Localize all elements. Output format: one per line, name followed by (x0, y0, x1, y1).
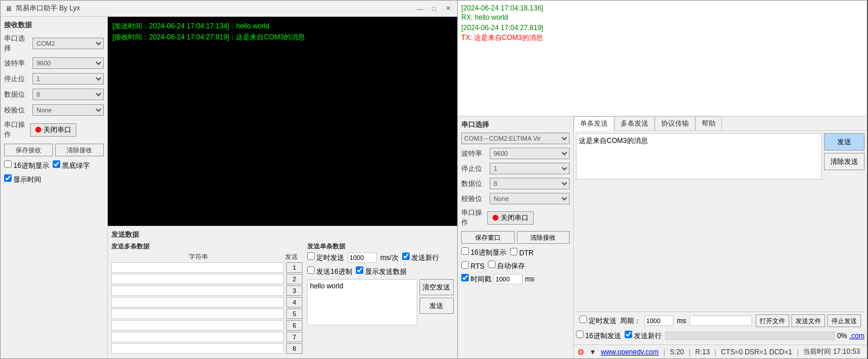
send-input-2[interactable] (111, 274, 284, 284)
rs-port-select[interactable]: COM3→COM2:ELTIMA Vir (461, 133, 570, 144)
settings-icon[interactable]: ⚙ (577, 347, 585, 357)
dropdown-icon[interactable]: ▼ (589, 348, 596, 356)
send-btn-8[interactable]: 8 (286, 343, 302, 354)
rs-data-label: 数据位 (461, 179, 487, 189)
send-input-3[interactable] (111, 285, 284, 296)
maximize-btn[interactable]: □ (429, 4, 439, 13)
op-label: 串口操作 (4, 120, 30, 140)
data-row: 数据位 8 (4, 89, 104, 100)
right-clear-send-btn[interactable]: 清除发送 (824, 153, 865, 170)
rs-stop-row: 停止位 1 (461, 163, 570, 174)
send-btn-6[interactable]: 6 (286, 320, 302, 331)
rs-autosave-checkbox[interactable] (488, 261, 495, 268)
send-input-4[interactable] (111, 297, 284, 307)
right-timed-check[interactable]: 定时发送 (579, 316, 617, 326)
timed-send-check[interactable]: 定时发送 (307, 252, 344, 263)
send-input-1[interactable] (111, 262, 284, 273)
send-btn[interactable]: 发送 (420, 298, 454, 314)
rs-parity-select[interactable]: None (490, 193, 570, 204)
black-green-check[interactable]: 黑底绿字 (53, 160, 90, 171)
send-btn-4[interactable]: 4 (286, 297, 302, 307)
baud-select[interactable]: 9600 (32, 57, 104, 69)
show-send-checkbox[interactable] (356, 266, 363, 274)
show-send-check[interactable]: 显示发送数据 (356, 266, 407, 277)
send-file-btn[interactable]: 发送文件 (792, 314, 825, 327)
send-btn-5[interactable]: 5 (286, 309, 302, 319)
hex-display-check[interactable]: 16进制显示 (4, 160, 49, 171)
close-serial-btn[interactable]: 关闭串口 (30, 123, 76, 137)
rs-time-input[interactable] (494, 274, 523, 284)
send-columns: 发送多条数据 字符串 发送 1 2 (111, 242, 454, 355)
send-input-7[interactable] (111, 332, 284, 342)
right-newline-checkbox[interactable] (625, 331, 632, 338)
com-link[interactable]: .com (849, 332, 865, 340)
hex-send-check[interactable]: 16进制发送 (576, 331, 621, 341)
single-send-panel: 发送单条数据 定时发送 ms/次 发送新行 发送16进制 显示发送数据 hell… (307, 242, 454, 355)
right-window: [2024-06-24 17:04:18.136] RX: hello worl… (457, 0, 867, 359)
hex-send-checkbox[interactable] (576, 331, 583, 338)
terminal-line-1: [发送时间：2024-06-24 17:04:17:134]：hello wor… (112, 21, 453, 31)
rs-dtr-checkbox[interactable] (510, 248, 517, 255)
rs-close-serial-btn[interactable]: 关闭串口 (487, 211, 534, 225)
timed-ms-input[interactable] (348, 252, 377, 263)
single-send-textarea[interactable]: hello world (307, 279, 417, 325)
rs-time-checkbox[interactable] (461, 274, 469, 281)
send-input-6[interactable] (111, 320, 284, 331)
rs-save-btn[interactable]: 保存窗口 (461, 231, 515, 244)
send-newline-checkbox[interactable] (402, 252, 410, 260)
right-log-area[interactable]: [2024-06-24 17:04:18.136] RX: hello worl… (458, 1, 867, 116)
rs-rts-check[interactable]: RTS (461, 261, 484, 270)
open-file-btn[interactable]: 打开文件 (756, 314, 789, 327)
clear-recv-btn[interactable]: 清除接收 (55, 144, 104, 156)
tab-single-send[interactable]: 单条发送 (574, 116, 614, 131)
terminal-area[interactable]: [发送时间：2024-06-24 17:04:17:134]：hello wor… (108, 17, 457, 226)
tab-multi-send[interactable]: 多条发送 (614, 116, 655, 130)
rs-clear-btn[interactable]: 清除接收 (517, 231, 570, 244)
rs-dtr-check[interactable]: DTR (510, 248, 534, 257)
data-select[interactable]: 8 (32, 89, 104, 100)
rs-baud-select[interactable]: 9600 (490, 148, 570, 159)
send-newline-check[interactable]: 发送新行 (402, 252, 439, 263)
rs-hex-checkbox[interactable] (461, 247, 469, 255)
app-icon: 🖥 (5, 5, 12, 13)
log-line-4: TX: 这是来自COM3的消息 (461, 33, 863, 43)
show-time-checkbox[interactable] (4, 174, 12, 182)
rs-autosave-check[interactable]: 自动保存 (488, 261, 525, 271)
tab-protocol[interactable]: 协议传输 (655, 116, 695, 130)
hex-checkbox[interactable] (4, 160, 12, 168)
stop-select[interactable]: 1 (32, 73, 104, 85)
clear-send-btn[interactable]: 清空发送 (420, 279, 454, 295)
minimize-btn[interactable]: — (415, 4, 425, 13)
rs-hex-check[interactable]: 16进制显示 (461, 247, 506, 258)
close-btn[interactable]: ✕ (443, 4, 453, 13)
right-timed-checkbox[interactable] (579, 316, 587, 323)
save-recv-btn[interactable]: 保存接收 (4, 144, 53, 156)
rs-time-check[interactable]: 时间戳 (461, 274, 491, 284)
website-link[interactable]: www.openedv.com (601, 348, 659, 356)
stop-send-btn[interactable]: 停止发送 (827, 314, 861, 327)
right-send-textarea[interactable]: 这是来自COM3的消息 (576, 133, 822, 179)
send-input-8[interactable] (111, 343, 284, 354)
file-path-input[interactable] (690, 316, 752, 326)
send-btn-7[interactable]: 7 (286, 332, 302, 342)
right-send-btn[interactable]: 发送 (824, 133, 865, 151)
port-select[interactable]: COM2 (32, 38, 104, 49)
rs-rts-checkbox[interactable] (461, 261, 469, 269)
left-content: 接收数据 串口选择 COM2 波特率 9600 停止位 1 数据位 (1, 17, 457, 358)
rs-stop-select[interactable]: 1 (490, 163, 570, 174)
period-input[interactable] (644, 316, 673, 326)
rs-ms-label: ms (525, 275, 534, 283)
send-btn-1[interactable]: 1 (286, 262, 302, 273)
black-green-checkbox[interactable] (53, 160, 60, 168)
send-btn-2[interactable]: 2 (286, 274, 302, 284)
send-input-5[interactable] (111, 309, 284, 319)
send-hex-check[interactable]: 发送16进制 (307, 266, 352, 277)
tab-help[interactable]: 帮助 (695, 116, 722, 130)
send-btn-3[interactable]: 3 (286, 285, 302, 296)
show-time-check[interactable]: 显示时间 (4, 174, 41, 185)
parity-select[interactable]: None (32, 104, 104, 116)
timed-send-checkbox[interactable] (307, 252, 315, 260)
right-newline-check[interactable]: 发送新行 (625, 331, 662, 341)
send-hex-checkbox[interactable] (307, 266, 315, 274)
rs-data-select[interactable]: 8 (490, 178, 570, 189)
